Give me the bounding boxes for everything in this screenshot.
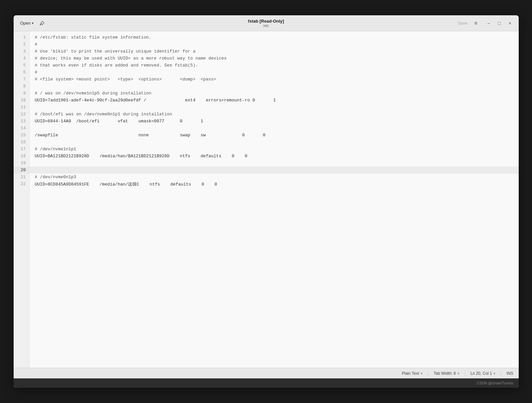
line-numbers: 12345678910111213141516171819202122 bbox=[14, 31, 30, 368]
code-line: UUID=6844-14A0 /boot/efi vfat umask=0077… bbox=[30, 118, 519, 125]
code-line bbox=[30, 83, 519, 90]
watermark-text: CSDN @UnderTurrets bbox=[477, 381, 513, 385]
line-number: 16 bbox=[14, 139, 29, 146]
line-number: 7 bbox=[14, 76, 29, 83]
window-subtitle: /etc bbox=[248, 24, 284, 28]
code-line bbox=[30, 139, 519, 146]
code-line: UUID=8CD845A9D84591FE /media/han/这很C ntf… bbox=[30, 181, 519, 188]
code-line: # that works even if disks are added and… bbox=[30, 62, 519, 69]
line-number: 4 bbox=[14, 55, 29, 62]
position-chevron-icon: ∨ bbox=[493, 371, 495, 375]
line-number: 8 bbox=[14, 83, 29, 90]
code-line: # bbox=[30, 41, 519, 48]
tab-width-chevron-icon: ∨ bbox=[457, 371, 460, 375]
code-line: UUID=7add1901-adef-4e4c-90cf-2aa29d0eefd… bbox=[30, 97, 519, 104]
code-line bbox=[30, 104, 519, 111]
position-label: Ln 20, Col 1 bbox=[471, 371, 492, 376]
code-line: # / was on /dev/nvme1n1p5 during install… bbox=[30, 90, 519, 97]
line-number: 12 bbox=[14, 111, 29, 118]
open-button[interactable]: Open ▾ bbox=[18, 19, 37, 27]
main-window: Open ▾ fstab [Read-Only] /etc Save ≡ − □… bbox=[14, 15, 519, 388]
code-line: # /boot/efi was on /dev/nvme0n1p1 during… bbox=[30, 111, 519, 118]
code-line: # /dev/nvme1n1p1 bbox=[30, 146, 519, 153]
code-content[interactable]: # /etc/fstab: static file system informa… bbox=[30, 31, 519, 368]
code-line: /swapfile none swap sw 0 0 bbox=[30, 132, 519, 139]
ins-label: INS bbox=[506, 371, 513, 376]
bottom-bar: CSDN @UnderTurrets bbox=[14, 378, 519, 388]
line-number: 1 bbox=[14, 34, 29, 41]
status-separator-1 bbox=[428, 371, 428, 376]
line-number: 18 bbox=[14, 153, 29, 160]
plain-text-selector[interactable]: Plain Text ∨ bbox=[402, 371, 423, 376]
code-line: # device; this may be used with UUID= as… bbox=[30, 55, 519, 62]
tab-width-label: Tab Width: 8 bbox=[434, 371, 456, 376]
code-line: # /dev/nvme0n1p3 bbox=[30, 174, 519, 181]
code-line: # <file system> <mount point> <type> <op… bbox=[30, 76, 519, 83]
plain-text-chevron-icon: ∨ bbox=[420, 371, 423, 375]
window-controls: − □ × bbox=[484, 19, 515, 28]
line-number: 3 bbox=[14, 48, 29, 55]
open-chevron-icon: ▾ bbox=[32, 21, 34, 25]
close-button[interactable]: × bbox=[505, 19, 515, 28]
statusbar: Plain Text ∨ Tab Width: 8 ∨ Ln 20, Col 1… bbox=[14, 368, 519, 378]
line-number: 20 bbox=[14, 167, 29, 174]
cursor-position[interactable]: Ln 20, Col 1 ∨ bbox=[471, 371, 496, 376]
line-number: 13 bbox=[14, 118, 29, 125]
ins-mode[interactable]: INS bbox=[506, 371, 513, 376]
line-number: 21 bbox=[14, 174, 29, 181]
editor-area: 12345678910111213141516171819202122 # /e… bbox=[14, 31, 519, 368]
titlebar-right: Save ≡ − □ × bbox=[455, 19, 515, 28]
plain-text-label: Plain Text bbox=[402, 371, 419, 376]
line-number: 2 bbox=[14, 41, 29, 48]
line-number: 6 bbox=[14, 69, 29, 76]
code-line bbox=[30, 160, 519, 167]
line-number: 15 bbox=[14, 132, 29, 139]
line-number: 14 bbox=[14, 125, 29, 132]
maximize-button[interactable]: □ bbox=[495, 19, 504, 28]
save-button[interactable]: Save bbox=[455, 19, 471, 27]
titlebar-center: fstab [Read-Only] /etc bbox=[248, 19, 284, 28]
line-number: 9 bbox=[14, 90, 29, 97]
line-number: 10 bbox=[14, 97, 29, 104]
code-line bbox=[30, 125, 519, 132]
pin-icon[interactable] bbox=[39, 20, 46, 27]
code-line bbox=[30, 167, 519, 174]
status-separator-3 bbox=[501, 371, 501, 376]
line-number: 17 bbox=[14, 146, 29, 153]
open-label: Open bbox=[20, 21, 31, 26]
tab-width-selector[interactable]: Tab Width: 8 ∨ bbox=[434, 371, 460, 376]
code-line: # bbox=[30, 69, 519, 76]
code-line: # Use 'blkid' to print the universally u… bbox=[30, 48, 519, 55]
hamburger-icon[interactable]: ≡ bbox=[473, 19, 479, 28]
line-number: 5 bbox=[14, 62, 29, 69]
code-line: # /etc/fstab: static file system informa… bbox=[30, 34, 519, 41]
line-number: 22 bbox=[14, 181, 29, 188]
titlebar: Open ▾ fstab [Read-Only] /etc Save ≡ − □… bbox=[14, 15, 519, 31]
window-title: fstab [Read-Only] bbox=[248, 19, 284, 24]
line-number: 11 bbox=[14, 104, 29, 111]
minimize-button[interactable]: − bbox=[484, 19, 493, 28]
titlebar-left: Open ▾ bbox=[18, 19, 46, 27]
status-separator-2 bbox=[465, 371, 465, 376]
code-line: UUID=BA121BD2121B928D /media/han/BA121BD… bbox=[30, 153, 519, 160]
line-number: 19 bbox=[14, 160, 29, 167]
